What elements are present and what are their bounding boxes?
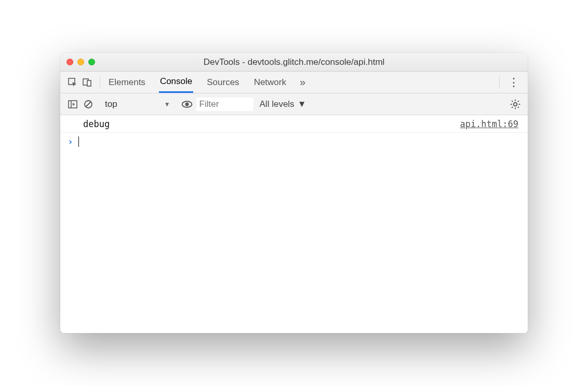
live-expression-icon[interactable] — [180, 97, 194, 112]
tab-sources[interactable]: Sources — [206, 73, 240, 92]
inspect-element-icon[interactable] — [65, 75, 80, 90]
svg-line-16 — [512, 106, 513, 107]
chevron-down-icon: ▼ — [298, 99, 306, 109]
console-prompt-row[interactable]: › — [60, 133, 528, 150]
toggle-sidebar-icon[interactable] — [65, 97, 80, 112]
devtools-menu-icon[interactable]: ⋮ — [496, 76, 523, 89]
separator — [100, 76, 100, 89]
tab-console[interactable]: Console — [159, 72, 193, 93]
log-row: debug api.html:69 — [60, 115, 528, 133]
svg-line-15 — [518, 106, 519, 107]
svg-line-17 — [518, 101, 519, 102]
window-title: DevTools - devtools.glitch.me/console/ap… — [60, 57, 528, 67]
maximize-window-button[interactable] — [88, 59, 95, 65]
titlebar: DevTools - devtools.glitch.me/console/ap… — [60, 53, 528, 72]
clear-console-icon[interactable] — [81, 97, 96, 112]
prompt-chevron-icon: › — [68, 136, 73, 147]
console-settings-icon[interactable] — [508, 97, 523, 112]
device-toolbar-icon[interactable] — [80, 75, 95, 90]
console-output: debug api.html:69 › — [60, 115, 528, 333]
main-tabs: Elements Console Sources Network — [108, 72, 287, 93]
tab-network[interactable]: Network — [253, 73, 287, 92]
log-levels-selector[interactable]: All levels ▼ — [260, 99, 306, 109]
tabs-bar: Elements Console Sources Network » ⋮ — [60, 72, 528, 93]
svg-line-14 — [512, 101, 513, 102]
context-label: top — [105, 99, 117, 109]
svg-point-9 — [514, 102, 517, 106]
svg-point-8 — [185, 102, 189, 106]
minimize-window-button[interactable] — [77, 59, 84, 65]
text-cursor — [78, 136, 79, 147]
devtools-window: DevTools - devtools.glitch.me/console/ap… — [60, 53, 528, 333]
context-selector[interactable]: top ▼ — [101, 97, 175, 112]
more-tabs-icon[interactable]: » — [300, 76, 305, 88]
svg-line-6 — [86, 102, 91, 107]
levels-label: All levels — [260, 99, 295, 109]
log-source-link[interactable]: api.html:69 — [460, 119, 518, 129]
chevron-down-icon: ▼ — [164, 101, 170, 108]
tab-elements[interactable]: Elements — [108, 73, 146, 92]
filter-input[interactable] — [196, 98, 253, 111]
close-window-button[interactable] — [66, 59, 73, 65]
console-toolbar: top ▼ All levels ▼ — [60, 93, 528, 115]
traffic-lights — [66, 59, 95, 65]
svg-rect-2 — [87, 80, 91, 86]
log-message: debug — [83, 119, 110, 129]
